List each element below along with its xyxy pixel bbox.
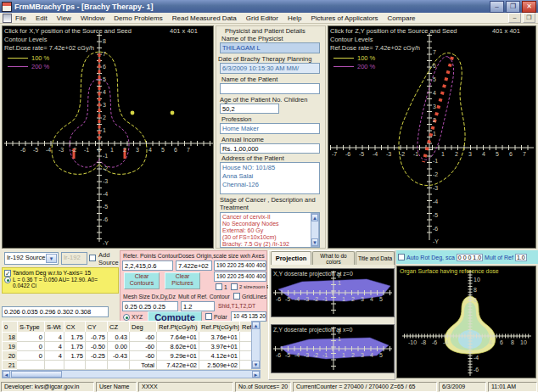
mdi-child-icon[interactable] <box>3 14 12 23</box>
table-column-header[interactable]: Ref.Pt(cGy/h) <box>157 322 199 333</box>
projection-tab-panel: Projection What to do colors Title and D… <box>268 250 395 380</box>
physicist-label: Name of the Physicist <box>221 35 283 42</box>
origin-scale-field-1[interactable]: 190 220 25 400 400 1 <box>214 260 266 271</box>
table-column-header[interactable]: CX <box>64 322 86 333</box>
table-column-header[interactable]: CY <box>86 322 108 333</box>
menu-item[interactable]: File <box>15 14 26 22</box>
minimize-button[interactable]: – <box>490 1 504 13</box>
origin-scale-field-2[interactable]: 190 220 25 400 400 1 <box>214 272 266 282</box>
table-row[interactable]: 19041.75-0.500.00-608.62e+013.97e+01 <box>3 342 252 351</box>
menu-item[interactable]: Help <box>288 14 301 22</box>
dose-values-field[interactable]: 0.206 0.035 0.296 0.302 0.308 <box>2 306 109 317</box>
menu-item[interactable]: Window <box>81 14 104 22</box>
scroll-left-icon[interactable]: ◄ <box>3 371 10 378</box>
menu-bar: FileEditViewWindowDemo ProblemsRead Meas… <box>0 13 538 24</box>
mesh-size-field[interactable]: 0.25 0.25 0.25 <box>122 301 178 311</box>
menu-item[interactable]: Edit <box>36 14 48 22</box>
scroll-thumb[interactable] <box>11 371 62 378</box>
source-combo[interactable]: Ir-192 Source:9- ▼ <box>4 252 59 265</box>
chevron-down-icon[interactable]: ▼ <box>46 254 57 263</box>
ref-points-field[interactable]: 2,2,415,0.6 <box>122 260 173 271</box>
ref-points-table[interactable]: 0S-TypeS-WtCXCYCZDegRef.Pt(cGy/h)Ref.Pt(… <box>2 321 252 370</box>
gridlines-checkbox[interactable] <box>233 293 240 300</box>
table-row[interactable]: 20041.75-0.25-0.43-609.29e+014.12e+01 <box>3 351 252 361</box>
tandem-checkbox[interactable]: ✓ <box>4 270 11 277</box>
table-column-header[interactable]: Ref.Pt(cGy/h) <box>199 322 240 333</box>
patient-name-field[interactable] <box>220 83 320 94</box>
xy-projection-plot[interactable]: X,Y doserate projection at z=0 -6-5-4-3-… <box>271 268 395 317</box>
source-param-radio[interactable] <box>4 277 11 283</box>
scroll-right-icon[interactable]: ► <box>252 371 260 378</box>
table-column-header[interactable]: S-Wt <box>45 322 64 333</box>
stage-scrollbar[interactable]: ▲ ▼ <box>311 213 319 247</box>
plot-title: Click for X,Y position of the Source and… <box>4 27 132 35</box>
xyz-label: XYZ <box>132 314 143 320</box>
tab-title-and-data[interactable]: Title and Data <box>356 251 395 265</box>
polar-checkbox[interactable] <box>205 313 212 320</box>
legend-100: 100 % <box>333 54 375 62</box>
plot-size-label: 401 x 401 <box>492 27 520 35</box>
window-controls: – ❐ ✕ <box>490 1 536 13</box>
clear-contours-button[interactable]: Clear Contours <box>124 272 160 289</box>
mdi-minimize-button[interactable]: – <box>508 13 521 23</box>
maximize-button[interactable]: ❐ <box>506 1 520 13</box>
auto-rot-checkbox[interactable] <box>398 254 405 260</box>
organ-options-strip: Auto Rot Deg, sca 0 0 0 1.0 Mult of Ref … <box>396 250 538 264</box>
table-column-header[interactable]: CZ <box>108 322 130 333</box>
close-button[interactable]: ✕ <box>522 1 536 13</box>
mult-of-ref-field[interactable]: 1.0 <box>515 254 527 261</box>
address-field[interactable]: House NO: 101/85 Anna Salai Chennai-126 <box>220 162 320 194</box>
table-column-header[interactable]: 0 <box>3 322 18 333</box>
add-source-checkbox[interactable] <box>89 255 96 261</box>
zy-dose-plot[interactable]: Click for Z,Y position of the Source and… <box>328 25 536 249</box>
scroll-down-icon[interactable]: ▼ <box>311 238 318 246</box>
table-row[interactable]: 18041.75-0.750.43-607.64e+013.76e+01 <box>3 333 252 342</box>
reference-points-panel: Refer. Points ContourDoses Origin,scale … <box>120 250 267 322</box>
tab-what-to-do-colors[interactable]: What to do colors <box>312 251 355 265</box>
menu-item[interactable]: Demo Problems <box>114 14 162 22</box>
mdi-restore-button[interactable]: ❐ <box>523 13 535 23</box>
zoom2-checkbox[interactable] <box>231 283 238 290</box>
auto-rot-field[interactable]: 0 0 0 1.0 <box>457 254 483 261</box>
ref-point-dot <box>171 111 175 115</box>
menu-item[interactable]: View <box>57 14 71 22</box>
menu-item[interactable]: Pictures of Applicators <box>311 14 378 22</box>
profession-field[interactable]: Home Maker <box>220 123 320 134</box>
refer-header: Refer. Points ContourDoses Origin,scale … <box>123 253 265 259</box>
table-column-header[interactable]: S-Type <box>18 322 45 333</box>
date-field[interactable]: 6/3/2009 10:15:30 AM MM/ <box>220 63 320 74</box>
table-hscrollbar[interactable]: ◄ ► <box>2 370 261 378</box>
menu-item[interactable]: Grid Editor <box>246 14 278 22</box>
age-field[interactable]: 50,2 <box>220 104 279 114</box>
xyz-radio[interactable] <box>123 314 130 321</box>
legend-label-200: 200 % <box>31 63 49 70</box>
table-column-header[interactable]: Deg <box>130 322 157 333</box>
organ-surface-plot[interactable]: Organ Surface having reference dose -10-… <box>396 266 536 378</box>
table-column-header[interactable]: Ref.Pt(c <box>240 322 252 333</box>
menu-items: FileEditViewWindowDemo ProblemsRead Meas… <box>15 14 508 22</box>
legend-label-100: 100 % <box>31 54 49 62</box>
mult-ref-field[interactable]: 1.2 <box>181 301 215 311</box>
table-row[interactable]: 21Total7.422e+022.509e+02 <box>3 361 252 370</box>
income-field[interactable]: Rs. 1,00,000 <box>220 143 320 154</box>
scroll-down-icon[interactable]: ▼ <box>252 361 260 368</box>
menu-item[interactable]: Read Measured Data <box>172 14 237 22</box>
zoom1-checkbox[interactable] <box>216 283 222 290</box>
zy-projection-plot[interactable]: Z,Y doserate projection at x=0 -6-5-4-3-… <box>271 324 395 373</box>
tab-projection[interactable]: Projection <box>271 251 311 265</box>
projection-plot2-title: Z,Y doserate projection at x=0 <box>273 326 352 333</box>
table-vscrollbar[interactable]: ▲ ▼ <box>251 321 261 369</box>
xy-dose-plot[interactable]: Click for X,Y position of the Source and… <box>2 25 214 249</box>
income-label: Annual Income <box>221 136 264 143</box>
window-titlebar[interactable]: FrmMBrachyTps - [Brachy Therapy- 1] – ❐ … <box>0 0 538 13</box>
patient-details-panel: Physicist and Patient Details Name of th… <box>216 25 326 249</box>
clear-pictures-button[interactable]: Clear Pictures <box>165 272 200 289</box>
contour-dose-field[interactable]: 7.422e+02 <box>176 260 212 271</box>
scroll-up-icon[interactable]: ▲ <box>252 322 260 329</box>
scroll-up-icon[interactable]: ▲ <box>311 214 318 221</box>
ref-dose-label: Ref.Dose rate= 7.42e+02 cGy/h <box>4 44 94 52</box>
menu-item[interactable]: Compare <box>388 14 416 22</box>
physicist-field[interactable]: THILAGAM L <box>220 42 320 53</box>
stage-field[interactable]: Cancer of cervix-II No Secondary Nodes E… <box>220 212 320 248</box>
contour-levels-label: Contour Levels <box>4 36 47 43</box>
